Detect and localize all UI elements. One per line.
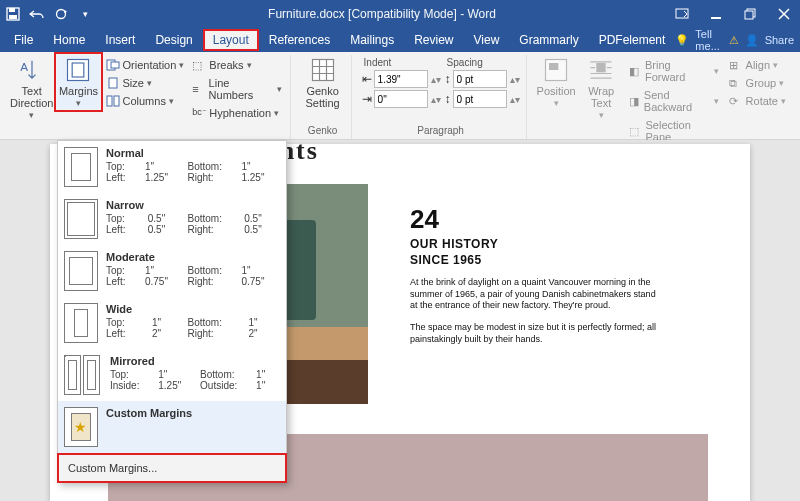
- tell-me[interactable]: Tell me...: [695, 28, 722, 52]
- send-backward-button[interactable]: ◨Send Backward▾: [627, 87, 721, 115]
- breaks-button[interactable]: ⬚Breaks▾: [190, 57, 283, 73]
- minimize-icon[interactable]: [704, 4, 728, 24]
- group-label-paragraph: Paragraph: [362, 123, 520, 139]
- svg-rect-18: [549, 63, 558, 70]
- svg-rect-15: [114, 96, 119, 106]
- tab-home[interactable]: Home: [43, 29, 95, 51]
- page-number-24: 24: [410, 204, 660, 235]
- tab-references[interactable]: References: [259, 29, 340, 51]
- hyphenation-button[interactable]: bc⁻Hyphenation▾: [190, 105, 283, 121]
- rotate-button[interactable]: ⟳Rotate▾: [727, 93, 788, 109]
- group-page-setup: A Text Direction ▾ Margins ▾ Orientation…: [6, 55, 291, 139]
- bring-forward-button[interactable]: ◧Bring Forward▾: [627, 57, 721, 85]
- wrap-text-button[interactable]: Wrap Text▾: [582, 55, 621, 121]
- indent-left-input[interactable]: [374, 70, 428, 88]
- text-direction-button[interactable]: A Text Direction ▾: [10, 55, 53, 121]
- warning-icon[interactable]: ⚠: [729, 34, 739, 47]
- preset-name: Normal: [106, 147, 278, 159]
- margin-thumb-icon: ★: [64, 407, 98, 447]
- window-title: Furniture.docx [Compatibility Mode] - Wo…: [94, 7, 670, 21]
- chevron-down-icon: ▾: [29, 111, 34, 121]
- chevron-down-icon: ▾: [76, 99, 81, 109]
- margin-thumb-icon: [64, 303, 98, 343]
- restore-icon[interactable]: [738, 4, 762, 24]
- svg-text:A: A: [20, 60, 28, 73]
- genko-label: Genko Setting: [305, 85, 339, 109]
- lightbulb-icon: 💡: [675, 34, 689, 47]
- genko-button[interactable]: Genko Setting: [301, 55, 345, 109]
- preset-name: Narrow: [106, 199, 278, 211]
- margins-preset-mirrored[interactable]: MirroredTop:1"Bottom:1"Inside:1.25"Outsi…: [58, 349, 286, 401]
- star-icon: ★: [74, 419, 87, 435]
- spinner-icon[interactable]: ▴▾: [430, 74, 441, 85]
- margins-preset-normal[interactable]: NormalTop:1"Bottom:1"Left:1.25"Right:1.2…: [58, 141, 286, 193]
- svg-point-3: [57, 10, 66, 19]
- preset-name: Custom Margins: [106, 407, 278, 419]
- tab-review[interactable]: Review: [404, 29, 463, 51]
- tab-view[interactable]: View: [464, 29, 510, 51]
- tab-file[interactable]: File: [4, 29, 43, 51]
- history-line1: OUR HISTORY: [410, 237, 660, 251]
- margin-thumb-icon: [64, 147, 98, 187]
- share-button[interactable]: Share: [765, 34, 794, 46]
- line-numbers-button[interactable]: ≡Line Numbers▾: [190, 75, 283, 103]
- group-label-genko: Genko: [301, 123, 345, 139]
- size-button[interactable]: Size▾: [104, 75, 187, 91]
- tab-mailings[interactable]: Mailings: [340, 29, 404, 51]
- align-button[interactable]: ⊞Align▾: [727, 57, 788, 73]
- indent-left-icon: ⇤: [362, 72, 372, 86]
- spinner-icon[interactable]: ▴▾: [430, 94, 441, 105]
- svg-rect-13: [109, 78, 117, 88]
- ribbon: A Text Direction ▾ Margins ▾ Orientation…: [0, 52, 800, 140]
- qat-dropdown-icon[interactable]: ▾: [76, 5, 94, 23]
- tab-pdfelement[interactable]: PDFelement: [589, 29, 676, 51]
- orientation-button[interactable]: Orientation▾: [104, 57, 187, 73]
- undo-icon[interactable]: [28, 5, 46, 23]
- tab-layout[interactable]: Layout: [203, 29, 259, 51]
- spacing-before-input[interactable]: [453, 70, 507, 88]
- body-para-2: The space may be modest in size but it i…: [410, 322, 660, 345]
- group-genko: Genko Setting Genko: [297, 55, 352, 139]
- user-icon[interactable]: 👤: [745, 34, 759, 47]
- titlebar: ▾ Furniture.docx [Compatibility Mode] - …: [0, 0, 800, 28]
- margins-label: Margins: [59, 85, 98, 97]
- margin-thumb-icon: [64, 199, 98, 239]
- margins-dropdown: NormalTop:1"Bottom:1"Left:1.25"Right:1.2…: [57, 140, 287, 483]
- indent-right-input[interactable]: [374, 90, 428, 108]
- margins-preset-wide[interactable]: WideTop:1"Bottom:1"Left:2"Right:2": [58, 297, 286, 349]
- group-objects-button[interactable]: ⧉Group▾: [727, 75, 788, 91]
- margins-current-custom[interactable]: ★Custom Margins: [58, 401, 286, 453]
- margins-button[interactable]: Margins ▾: [57, 55, 99, 109]
- svg-rect-16: [312, 60, 333, 81]
- tab-design[interactable]: Design: [145, 29, 202, 51]
- save-icon[interactable]: [4, 5, 22, 23]
- margin-thumb-icon: [64, 355, 102, 395]
- tab-grammarly[interactable]: Grammarly: [509, 29, 588, 51]
- margin-thumb-icon: [64, 251, 98, 291]
- window-controls: [670, 4, 796, 24]
- svg-rect-12: [111, 62, 119, 68]
- spacing-after-icon: ↕: [445, 92, 451, 106]
- margins-preset-narrow[interactable]: NarrowTop:0.5"Bottom:0.5"Left:0.5"Right:…: [58, 193, 286, 245]
- group-arrange: Position▾ Wrap Text▾ ◧Bring Forward▾ ◨Se…: [533, 55, 794, 139]
- spacing-after-input[interactable]: [453, 90, 507, 108]
- columns-button[interactable]: Columns▾: [104, 93, 187, 109]
- page-text: 24 OUR HISTORY SINCE 1965 At the brink o…: [410, 204, 660, 345]
- body-para-1: At the brink of daylight on a quaint Van…: [410, 277, 660, 312]
- spinner-icon[interactable]: ▴▾: [509, 94, 520, 105]
- redo-icon[interactable]: [52, 5, 70, 23]
- text-direction-label: Text Direction: [10, 85, 53, 109]
- history-line2: SINCE 1965: [410, 253, 660, 267]
- margins-preset-moderate[interactable]: ModerateTop:1"Bottom:1"Left:0.75"Right:0…: [58, 245, 286, 297]
- ribbon-options-icon[interactable]: [670, 4, 694, 24]
- position-button[interactable]: Position▾: [537, 55, 576, 109]
- svg-rect-19: [597, 63, 606, 72]
- custom-margins-menuitem[interactable]: Custom Margins...: [58, 454, 286, 482]
- tab-insert[interactable]: Insert: [95, 29, 145, 51]
- spacing-before-icon: ↕: [445, 72, 451, 86]
- spacing-heading: Spacing: [445, 57, 520, 68]
- svg-rect-7: [745, 11, 753, 19]
- indent-right-icon: ⇥: [362, 92, 372, 106]
- spinner-icon[interactable]: ▴▾: [509, 74, 520, 85]
- close-icon[interactable]: [772, 4, 796, 24]
